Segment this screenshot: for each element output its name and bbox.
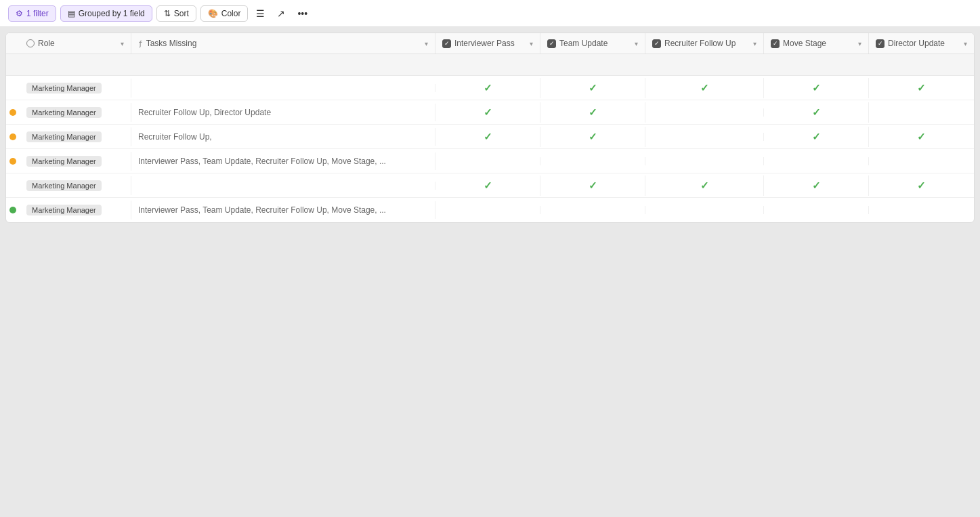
sort-button[interactable]: ⇅ Sort: [156, 5, 196, 22]
interviewer-cell: [435, 157, 540, 165]
move-check-icon: ✓: [812, 131, 821, 143]
role-badge: Marketing Manager: [26, 83, 102, 94]
move-cell: ✓: [764, 102, 869, 123]
share-icon: ↗: [277, 8, 285, 19]
color-button[interactable]: 🎨 Color: [200, 5, 249, 22]
filter-button[interactable]: ⚙ 1 filter: [8, 5, 56, 22]
recruiter-check-icon: ✓: [700, 180, 709, 192]
role-field-icon: [26, 39, 35, 47]
director-cell: ✓: [869, 127, 974, 147]
table-row[interactable]: Marketing ManagerRecruiter Follow Up, Di…: [6, 100, 974, 125]
col-interviewer-header[interactable]: ✓ Interviewer Pass ▾: [435, 33, 540, 54]
table-row[interactable]: Marketing ManagerInterviewer Pass, Team …: [6, 198, 974, 222]
row-height-icon: ☰: [256, 8, 265, 19]
recruiter-chevron-icon: ▾: [753, 40, 757, 47]
data-table: Role ▾ ƒ Tasks Missing ▾ ✓ Interviewer P…: [5, 33, 975, 223]
director-check-icon: ✓: [917, 131, 926, 143]
interviewer-cell: ✓: [435, 102, 540, 123]
role-cell: Marketing Manager: [20, 201, 131, 220]
tasks-cell: Interviewer Pass, Team Update, Recruiter…: [131, 201, 435, 219]
role-cell: Marketing Manager: [20, 79, 131, 98]
move-check-icon: ✓: [812, 106, 821, 119]
group-icon: ▤: [68, 9, 75, 18]
interviewer-cell: ✓: [435, 175, 540, 196]
col-move-header[interactable]: ✓ Move Stage ▾: [764, 33, 869, 54]
tasks-cell: [131, 182, 435, 190]
team-check-icon: ✓: [589, 180, 597, 192]
toolbar: ⚙ 1 filter ▤ Grouped by 1 field ⇅ Sort 🎨…: [0, 0, 980, 27]
table-row[interactable]: Marketing Manager✓✓✓✓✓: [6, 173, 974, 198]
color-icon: 🎨: [208, 9, 218, 18]
move-cell: ✓: [764, 78, 869, 98]
director-cell: [869, 206, 974, 214]
move-cell: [764, 157, 869, 165]
director-check-icon: ✓: [917, 82, 926, 94]
more-button[interactable]: •••: [293, 5, 312, 22]
role-badge: Marketing Manager: [26, 180, 102, 191]
director-cell: [869, 157, 974, 165]
tasks-cell: Recruiter Follow Up, Director Update: [131, 104, 435, 121]
col-role-header[interactable]: Role ▾: [20, 33, 131, 54]
team-cell: ✓: [540, 102, 645, 123]
col-recruiter-header[interactable]: ✓ Recruiter Follow Up ▾: [645, 33, 764, 54]
team-chevron-icon: ▾: [635, 40, 638, 47]
recruiter-cell: ✓: [645, 175, 764, 196]
team-cell: [540, 157, 645, 165]
interviewer-check-icon: ✓: [484, 82, 492, 94]
checkbox-icon-move: ✓: [771, 39, 780, 48]
sort-icon: ⇅: [164, 9, 171, 18]
move-check-icon: ✓: [812, 180, 821, 192]
more-icon: •••: [297, 8, 307, 19]
table-header: Role ▾ ƒ Tasks Missing ▾ ✓ Interviewer P…: [6, 33, 974, 54]
color-label: Color: [221, 9, 241, 18]
role-cell: Marketing Manager: [20, 103, 131, 122]
filter-label: 1 filter: [26, 9, 49, 18]
role-badge: Marketing Manager: [26, 107, 102, 118]
col-indicator: [6, 33, 20, 54]
recruiter-cell: [645, 108, 764, 117]
interviewer-cell: ✓: [435, 78, 540, 98]
col-tasks-header[interactable]: ƒ Tasks Missing ▾: [131, 33, 435, 54]
move-cell: ✓: [764, 127, 869, 147]
status-dot-yellow: [9, 109, 16, 116]
col-team-header[interactable]: ✓ Team Update ▾: [540, 33, 645, 54]
interviewer-chevron-icon: ▾: [530, 40, 533, 47]
table-row[interactable]: Marketing Manager✓✓✓✓✓: [6, 76, 974, 100]
checkbox-icon-team: ✓: [547, 39, 556, 48]
table-row[interactable]: Marketing ManagerRecruiter Follow Up,✓✓✓…: [6, 125, 974, 149]
interviewer-cell: ✓: [435, 127, 540, 147]
share-button[interactable]: ↗: [273, 5, 289, 22]
row-height-button[interactable]: ☰: [252, 5, 269, 22]
recruiter-cell: ✓: [645, 78, 764, 98]
interviewer-check-icon: ✓: [484, 180, 492, 192]
rows-container: Marketing Manager✓✓✓✓✓Marketing ManagerR…: [6, 76, 974, 222]
tasks-cell: [131, 84, 435, 92]
checkbox-icon-director: ✓: [876, 39, 885, 48]
team-check-icon: ✓: [589, 106, 597, 119]
filter-icon: ⚙: [16, 9, 23, 18]
interviewer-cell: [435, 206, 540, 214]
tasks-chevron-icon: ▾: [425, 40, 428, 47]
status-dot-green: [9, 207, 16, 213]
move-cell: ✓: [764, 175, 869, 196]
role-badge: Marketing Manager: [26, 156, 102, 167]
table-row[interactable]: Marketing ManagerInterviewer Pass, Team …: [6, 149, 974, 173]
row-indicator: [6, 133, 20, 140]
status-dot-yellow: [9, 133, 16, 140]
team-cell: ✓: [540, 175, 645, 196]
recruiter-cell: [645, 157, 764, 165]
row-indicator: [6, 158, 20, 165]
col-director-header[interactable]: ✓ Director Update ▾: [869, 33, 974, 54]
group-header: [6, 54, 974, 76]
status-dot-yellow: [9, 158, 16, 165]
team-check-icon: ✓: [589, 131, 597, 143]
row-indicator: [6, 207, 20, 213]
team-cell: ✓: [540, 127, 645, 147]
move-cell: [764, 206, 869, 214]
group-button[interactable]: ▤ Grouped by 1 field: [60, 5, 152, 22]
director-cell: [869, 108, 974, 117]
role-badge: Marketing Manager: [26, 205, 102, 215]
checkbox-icon-interviewer: ✓: [442, 39, 451, 48]
move-check-icon: ✓: [812, 82, 821, 94]
interviewer-check-icon: ✓: [484, 106, 492, 119]
